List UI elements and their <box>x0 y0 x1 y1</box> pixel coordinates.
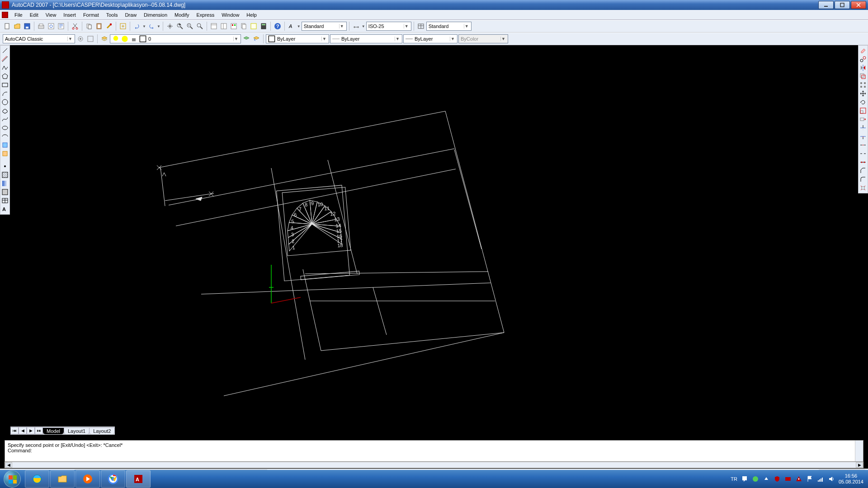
revision-cloud-icon[interactable] <box>1 107 9 115</box>
taskbar-explorer[interactable] <box>50 470 75 488</box>
workspace-combo[interactable]: AutoCAD Classic▼ <box>3 34 75 43</box>
layer-previous-icon[interactable] <box>252 34 261 43</box>
make-block-icon[interactable] <box>1 150 9 158</box>
menu-help[interactable]: Help <box>243 11 260 19</box>
break-at-point-icon[interactable] <box>859 141 867 149</box>
explode-icon[interactable] <box>859 184 867 192</box>
scale-icon[interactable] <box>859 107 867 115</box>
menu-draw[interactable]: Draw <box>121 11 140 19</box>
menu-express[interactable]: Express <box>193 11 218 19</box>
rotate-icon[interactable] <box>859 98 867 106</box>
undo-dropdown[interactable]: ▼ <box>142 24 146 28</box>
break-icon[interactable] <box>859 150 867 158</box>
workspace-settings-icon[interactable] <box>76 34 85 43</box>
horizontal-scrollbar[interactable]: ◀ ▶ <box>5 462 863 468</box>
move-icon[interactable] <box>859 89 867 98</box>
my-workspace-icon[interactable] <box>86 34 95 43</box>
drawing-canvas[interactable]: 12 34 56 78 910 1112 1314 1516 1718 <box>11 45 857 426</box>
tray-shield-icon[interactable] <box>774 475 781 483</box>
line-icon[interactable] <box>1 47 9 55</box>
menu-view[interactable]: View <box>42 11 60 19</box>
ellipse-icon[interactable] <box>1 124 9 132</box>
cut-icon[interactable] <box>71 22 80 31</box>
mirror-icon[interactable] <box>859 64 867 72</box>
redo-icon[interactable] <box>147 22 156 31</box>
properties-icon[interactable] <box>209 22 218 31</box>
menu-tools[interactable]: Tools <box>103 11 122 19</box>
circle-icon[interactable] <box>1 98 9 106</box>
minimize-button[interactable] <box>818 1 834 9</box>
zoom-realtime-icon[interactable]: + <box>175 22 184 31</box>
tab-layout1[interactable]: Layout1 <box>64 427 90 434</box>
tab-layout2[interactable]: Layout2 <box>89 427 115 434</box>
chamfer-icon[interactable] <box>859 167 867 175</box>
publish-icon[interactable] <box>57 22 66 31</box>
dim-style-icon[interactable] <box>352 22 361 31</box>
zoom-window-icon[interactable] <box>195 22 204 31</box>
undo-icon[interactable] <box>132 22 142 31</box>
layer-manager-icon[interactable] <box>100 34 109 43</box>
hscroll-left[interactable]: ◀ <box>5 462 12 468</box>
point-icon[interactable] <box>1 162 9 170</box>
text-style-icon[interactable]: A <box>287 22 296 31</box>
language-indicator[interactable]: TR <box>731 476 737 482</box>
pan-icon[interactable] <box>165 22 175 31</box>
lineweight-combo[interactable]: ByLayer▼ <box>403 34 458 43</box>
erase-icon[interactable] <box>859 47 867 55</box>
menu-file[interactable]: File <box>11 11 26 19</box>
layer-combo[interactable]: 0▼ <box>110 34 241 43</box>
construction-line-icon[interactable] <box>1 55 9 63</box>
markup-icon[interactable] <box>249 22 258 31</box>
tray-action-center-icon[interactable] <box>741 475 748 483</box>
color-combo[interactable]: ByLayer▼ <box>266 34 329 43</box>
close-button[interactable] <box>851 1 866 9</box>
tool-palettes-icon[interactable] <box>229 22 238 31</box>
plot-icon[interactable] <box>37 22 46 31</box>
tray-warn-icon[interactable] <box>795 475 802 483</box>
stretch-icon[interactable] <box>859 115 867 123</box>
taskbar-mediaplayer[interactable] <box>75 470 100 488</box>
join-icon[interactable] <box>859 158 867 166</box>
text-style-dropdown[interactable]: ▼ <box>297 24 301 28</box>
command-window[interactable]: Specify second point or [Exit/Undo] <Exi… <box>5 440 863 462</box>
taskbar-chrome[interactable] <box>101 470 125 488</box>
menu-format[interactable]: Format <box>80 11 103 19</box>
fillet-icon[interactable] <box>859 175 867 183</box>
hscroll-right[interactable]: ▶ <box>856 462 863 468</box>
extend-icon[interactable] <box>859 132 867 141</box>
block-editor-icon[interactable] <box>118 22 127 31</box>
open-icon[interactable] <box>13 22 22 31</box>
save-icon[interactable] <box>23 22 32 31</box>
tray-network-icon[interactable] <box>817 475 824 483</box>
table-icon[interactable] <box>1 197 9 205</box>
polyline-icon[interactable] <box>1 64 9 72</box>
tray-flag-icon[interactable] <box>806 475 813 483</box>
zoom-previous-icon[interactable]: - <box>185 22 194 31</box>
hatch-icon[interactable] <box>1 171 9 179</box>
gradient-icon[interactable] <box>1 179 9 188</box>
layer-states-icon[interactable] <box>242 34 251 43</box>
copy-icon[interactable] <box>85 22 94 31</box>
arc-icon[interactable] <box>1 89 9 98</box>
taskbar-clock[interactable]: 16:56 05.08.2014 <box>839 473 863 485</box>
command-scrollbar[interactable] <box>855 441 863 461</box>
dim-style-combo[interactable]: ISO-25▼ <box>366 22 411 31</box>
tab-next-button[interactable]: ▶ <box>27 427 35 434</box>
dim-style-dropdown[interactable]: ▼ <box>362 24 365 28</box>
ellipse-arc-icon[interactable] <box>1 132 9 141</box>
offset-icon[interactable] <box>859 72 867 80</box>
rectangle-icon[interactable] <box>1 81 9 89</box>
taskbar-ie[interactable] <box>25 470 49 488</box>
menu-edit[interactable]: Edit <box>26 11 42 19</box>
help-icon[interactable]: ? <box>273 22 282 31</box>
menu-modify[interactable]: Modify <box>171 11 193 19</box>
start-button[interactable] <box>0 470 24 488</box>
tab-model[interactable]: Model <box>42 427 64 434</box>
tray-volume-icon[interactable] <box>828 475 835 483</box>
quickcalc-icon[interactable] <box>259 22 268 31</box>
insert-block-icon[interactable] <box>1 141 9 149</box>
taskbar-autocad[interactable]: A <box>126 470 151 488</box>
maximize-button[interactable] <box>835 1 850 9</box>
tab-first-button[interactable]: ⏮ <box>10 427 19 434</box>
tray-ati-icon[interactable] <box>784 475 792 483</box>
